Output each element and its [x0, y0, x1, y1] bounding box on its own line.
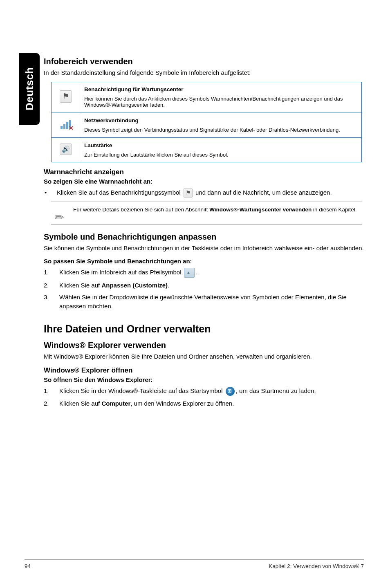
step-text: Klicken Sie im Infobreich auf das Pfeils… — [59, 268, 367, 278]
customize-steps: 1. Klicken Sie im Infobreich auf das Pfe… — [44, 268, 367, 311]
text-fragment: Klicken Sie im Infobreich auf das Pfeils… — [59, 269, 183, 276]
explorer-open-lead: So öffnen Sie den Windows Explorer: — [44, 376, 367, 383]
text-fragment: und dann auf die Nachricht, um diese anz… — [195, 189, 332, 196]
action-center-flag-icon — [60, 90, 72, 103]
table-text-cell: Netzwerkverbindung Dieses Symbol zeigt d… — [80, 112, 362, 138]
step-number: 2. — [44, 281, 59, 290]
warn-bullet: • Klicken Sie auf das Benachrichtigungss… — [45, 188, 367, 197]
infobereich-intro: In der Standardeinstellung sind folgende… — [44, 69, 367, 77]
volume-speaker-icon — [60, 144, 72, 155]
note-text: Für weitere Details beziehen Sie sich au… — [73, 206, 357, 214]
list-item: 2. Klicken Sie auf Computer, um den Wind… — [44, 399, 367, 408]
page-number: 94 — [25, 563, 31, 569]
explorer-intro: Mit Windows® Explorer können Sie Ihre Da… — [44, 352, 367, 361]
table-icon-cell — [52, 82, 80, 112]
list-item: 1. Klicken Sie in der Windows®-Taskleist… — [44, 386, 367, 396]
text-fragment: . — [195, 269, 197, 276]
language-label: Deutsch — [23, 67, 36, 110]
row-title: Benachrichtigung für Wartungscenter — [84, 86, 357, 92]
step-bold: Anpassen (Customize) — [101, 282, 168, 289]
text-fragment: Klicken Sie in der Windows®-Taskleiste a… — [59, 387, 224, 394]
row-body: Hier können Sie durch das Anklicken dies… — [84, 96, 343, 108]
text-fragment: , um das Startmenü zu laden. — [236, 387, 316, 394]
bullet-marker: • — [45, 188, 57, 197]
step-number: 3. — [44, 293, 59, 311]
infobereich-heading: Infobereich verwenden — [44, 57, 367, 66]
text-fragment: Für weitere Details beziehen Sie sich au… — [73, 206, 209, 213]
list-item: 2. Klicken Sie auf Anpassen (Customize). — [44, 281, 367, 290]
customize-lead: So passen Sie Symbole und Benachrichtung… — [44, 258, 367, 265]
step-text: Klicken Sie auf Computer, um den Windows… — [59, 399, 367, 408]
text-fragment: Klicken Sie auf — [59, 282, 101, 289]
chapter-label: Kapitel 2: Verwenden von Windows® 7 — [269, 563, 364, 569]
table-row: Lautstärke Zur Einstellung der Lautstärk… — [52, 138, 362, 162]
list-item: 1. Klicken Sie im Infobreich auf das Pfe… — [44, 268, 367, 278]
list-item: 3. Wählen Sie in der Dropdownliste die g… — [44, 293, 367, 311]
page-content: Infobereich verwenden In der Standardein… — [44, 57, 367, 411]
table-text-cell: Benachrichtigung für Wartungscenter Hier… — [80, 82, 362, 112]
text-fragment: . — [168, 282, 169, 289]
table-row: Benachrichtigung für Wartungscenter Hier… — [52, 82, 362, 112]
explorer-open-steps: 1. Klicken Sie in der Windows®-Taskleist… — [44, 386, 367, 408]
pencil-note-icon: ✎ — [51, 201, 75, 226]
note-box: ✎ Für weitere Details beziehen Sie sich … — [51, 202, 362, 225]
tray-icons-table: Benachrichtigung für Wartungscenter Hier… — [51, 82, 362, 162]
note-bold: Windows®-Wartungscenter verwenden — [209, 206, 312, 213]
step-number: 1. — [44, 386, 59, 396]
tray-arrow-icon — [184, 268, 195, 278]
step-number: 2. — [44, 399, 59, 408]
table-icon-cell: ✕ — [52, 112, 80, 138]
explorer-open-heading: Windows® Explorer öffnen — [44, 366, 367, 375]
step-text: Klicken Sie in der Windows®-Taskleiste a… — [59, 386, 367, 396]
explorer-heading: Windows® Explorer verwenden — [44, 341, 367, 350]
text-fragment: , um den Windows Explorer zu öffnen. — [130, 400, 234, 407]
warn-heading: Warnnachricht anzeigen — [44, 168, 367, 176]
table-row: ✕ Netzwerkverbindung Dieses Symbol zeigt… — [52, 112, 362, 138]
table-text-cell: Lautstärke Zur Einstellung der Lautstärk… — [80, 138, 362, 162]
network-signal-icon: ✕ — [59, 118, 73, 130]
text-fragment: Klicken Sie auf das Benachrichtigungssym… — [57, 189, 182, 196]
row-body: Dieses Symbol zeigt den Verbindungsstatu… — [84, 127, 340, 133]
customize-heading: Symbole und Benachrichtigungen anpassen — [44, 232, 367, 242]
step-bold: Computer — [101, 400, 130, 407]
page-footer: 94 Kapitel 2: Verwenden von Windows® 7 — [25, 559, 364, 569]
step-text: Klicken Sie auf Anpassen (Customize). — [59, 281, 367, 290]
step-text: Wählen Sie in der Dropdownliste die gewü… — [59, 293, 367, 311]
row-title: Netzwerkverbindung — [84, 117, 357, 123]
warn-lead: So zeigen Sie eine Warnnachricht an: — [44, 178, 367, 185]
windows-start-icon — [226, 387, 235, 396]
text-fragment: in diesem Kapitel. — [312, 206, 356, 213]
language-side-tab: Deutsch — [19, 53, 40, 125]
warn-bullet-text: Klicken Sie auf das Benachrichtigungssym… — [57, 188, 367, 197]
text-fragment: Klicken Sie auf — [59, 400, 101, 407]
action-center-flag-icon — [184, 189, 193, 197]
customize-intro: Sie können die Symbole und Benachrichtun… — [44, 244, 367, 252]
row-body: Zur Einstellung der Lautstärke klicken S… — [84, 152, 229, 158]
files-main-heading: Ihre Dateien und Ordner verwalten — [44, 323, 367, 335]
step-number: 1. — [44, 268, 59, 278]
row-title: Lautstärke — [84, 142, 357, 148]
table-icon-cell — [52, 138, 80, 162]
